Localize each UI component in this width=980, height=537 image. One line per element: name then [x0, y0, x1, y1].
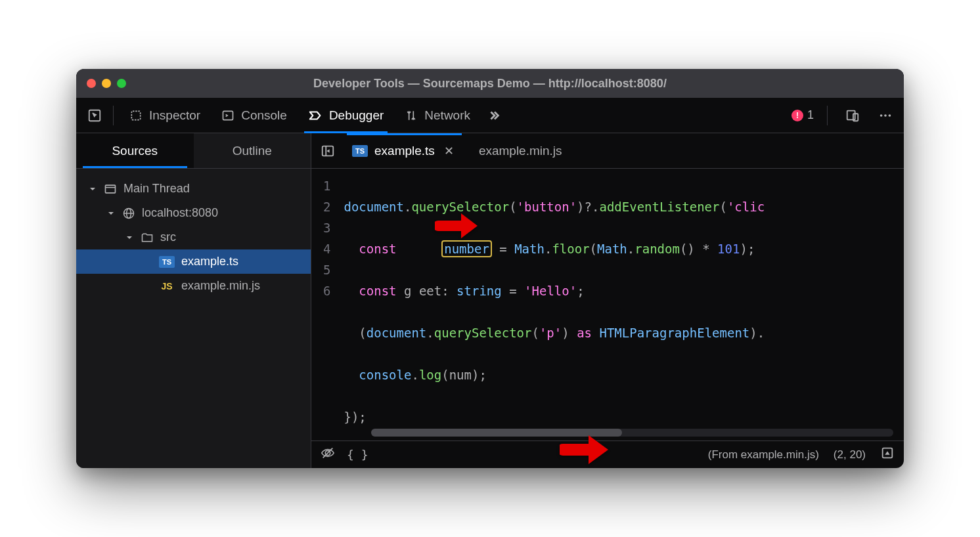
twisty-down-icon — [106, 210, 116, 217]
ts-file-icon: TS — [159, 256, 175, 268]
devtools-window: Developer Tools — Sourcemaps Demo — http… — [76, 69, 904, 468]
svg-rect-3 — [847, 110, 855, 119]
sources-tree: Main Thread localhost:8080 src TS exampl… — [76, 169, 311, 306]
editor-tabs: TS example.ts ✕ example.min.js — [311, 133, 904, 169]
svg-point-7 — [889, 114, 891, 117]
svg-point-6 — [884, 114, 887, 117]
sidebar-tab-outline[interactable]: Outline — [194, 133, 311, 168]
separator — [113, 106, 114, 125]
close-tab-button[interactable]: ✕ — [441, 144, 457, 158]
svg-rect-8 — [106, 185, 116, 193]
window-icon — [104, 183, 117, 196]
horizontal-scrollbar[interactable] — [371, 429, 893, 437]
element-picker-button[interactable] — [83, 104, 106, 127]
editor-tab-example-ts[interactable]: TS example.ts ✕ — [343, 133, 466, 169]
tree-main-thread[interactable]: Main Thread — [76, 177, 311, 201]
console-icon — [221, 109, 234, 122]
svg-point-5 — [880, 114, 883, 117]
tab-console[interactable]: Console — [212, 98, 296, 133]
globe-icon — [122, 207, 135, 220]
responsive-design-button[interactable] — [841, 104, 864, 127]
tree-folder-src[interactable]: src — [76, 225, 311, 249]
line-gutter: 1 2 3 4 5 6 — [311, 169, 338, 440]
tree-file-example-ts[interactable]: TS example.ts — [76, 249, 311, 274]
tree-host[interactable]: localhost:8080 — [76, 201, 311, 225]
titlebar: Developer Tools — Sourcemaps Demo — http… — [76, 69, 904, 98]
panel-body: Sources Outline Main Thread localhost:80… — [76, 133, 904, 468]
twisty-down-icon — [125, 234, 134, 241]
source-map-origin: (From example.min.js) — [708, 448, 819, 462]
debugger-icon — [308, 108, 323, 123]
window-title: Developer Tools — Sourcemaps Demo — http… — [76, 77, 904, 91]
tab-network[interactable]: Network — [395, 98, 479, 133]
blackbox-icon[interactable] — [321, 446, 335, 463]
error-count-badge[interactable]: 1 — [791, 108, 814, 122]
toggle-left-panel-button[interactable] — [317, 140, 339, 162]
sidebar-tabs: Sources Outline — [76, 133, 311, 169]
editor-tab-example-min-js[interactable]: example.min.js — [470, 133, 571, 169]
ts-file-icon: TS — [352, 145, 368, 157]
error-icon — [791, 110, 803, 121]
toolbar: Inspector Console Debugger Network 1 — [76, 98, 904, 133]
tab-debugger[interactable]: Debugger — [299, 98, 393, 133]
twisty-down-icon — [88, 186, 97, 192]
more-tabs-button[interactable] — [482, 104, 506, 127]
window-controls — [87, 79, 126, 88]
js-file-icon: JS — [159, 281, 175, 291]
sources-sidebar: Sources Outline Main Thread localhost:80… — [76, 133, 311, 468]
inspector-icon — [129, 109, 143, 122]
code-content: document.querySelector('button')?.addEve… — [338, 169, 904, 440]
source-map-toggle-button[interactable] — [880, 446, 895, 463]
cursor-position: (2, 20) — [834, 448, 866, 462]
editor-statusbar: { } (From example.min.js) (2, 20) — [311, 440, 904, 468]
separator — [827, 106, 828, 125]
pretty-print-button[interactable]: { } — [347, 448, 368, 462]
folder-icon — [141, 231, 154, 244]
kebab-menu-button[interactable] — [874, 104, 897, 127]
close-window-button[interactable] — [87, 79, 96, 88]
scrollbar-thumb[interactable] — [371, 429, 621, 437]
sidebar-tab-sources[interactable]: Sources — [76, 133, 194, 168]
minimize-window-button[interactable] — [102, 79, 111, 88]
svg-rect-1 — [131, 111, 140, 119]
editor-pane: TS example.ts ✕ example.min.js 1 2 3 4 5… — [311, 133, 904, 468]
highlighted-type: number — [441, 240, 492, 257]
code-editor[interactable]: 1 2 3 4 5 6 document.querySelector('butt… — [311, 169, 904, 440]
maximize-window-button[interactable] — [117, 79, 126, 88]
tree-file-example-min-js[interactable]: JS example.min.js — [76, 274, 311, 298]
network-icon — [405, 109, 418, 122]
tab-inspector[interactable]: Inspector — [120, 98, 210, 133]
